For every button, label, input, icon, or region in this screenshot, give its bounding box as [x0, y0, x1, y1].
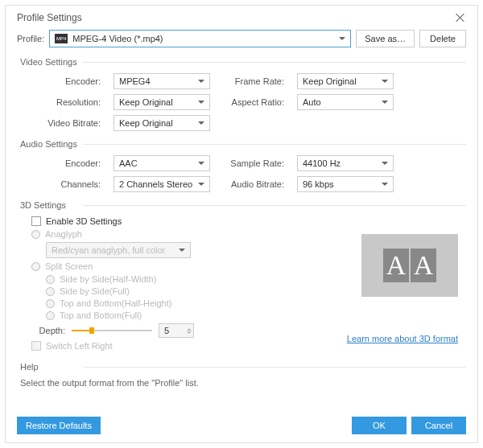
chevron-down-icon: [382, 183, 388, 186]
sample-rate-select[interactable]: 44100 Hz: [297, 155, 394, 171]
chevron-down-icon: [198, 80, 204, 83]
depth-spinner: 5: [159, 323, 194, 338]
depth-label: Depth:: [31, 326, 65, 335]
chevron-down-icon: [339, 37, 345, 40]
chevron-down-icon: [382, 162, 388, 165]
radio-icon: [46, 311, 55, 320]
audio-settings-title: Audio Settings: [17, 139, 466, 149]
chevron-down-icon: [179, 249, 185, 252]
video-settings-title: Video Settings: [17, 57, 466, 67]
close-icon[interactable]: [455, 12, 466, 23]
restore-defaults-button[interactable]: Restore Defaults: [17, 417, 101, 434]
aspect-ratio-select[interactable]: Auto: [297, 94, 394, 110]
video-bitrate-select[interactable]: Keep Original: [114, 115, 210, 131]
radio-icon: [46, 299, 55, 308]
profile-label: Profile:: [17, 34, 44, 43]
checkbox-icon: [31, 341, 41, 351]
aspect-ratio-label: Aspect Ratio:: [223, 97, 284, 107]
sample-rate-label: Sample Rate:: [223, 158, 284, 168]
format-icon: MP4: [55, 34, 68, 43]
audio-bitrate-label: Audio Bitrate:: [223, 179, 284, 189]
slider-thumb-icon: [89, 327, 94, 334]
delete-button[interactable]: Delete: [419, 30, 466, 47]
chevron-down-icon: [382, 80, 388, 83]
frame-rate-select[interactable]: Keep Original: [297, 73, 394, 89]
3d-settings-title: 3D Settings: [17, 200, 466, 210]
checkbox-icon: [31, 216, 41, 226]
split-option-2: Top and Bottom(Half-Height): [46, 298, 466, 308]
3d-preview: AA: [361, 234, 458, 297]
frame-rate-label: Frame Rate:: [223, 76, 284, 86]
resolution-label: Resolution:: [31, 97, 101, 107]
channels-select[interactable]: 2 Channels Stereo: [114, 176, 210, 192]
ok-button[interactable]: OK: [352, 417, 407, 434]
chevron-down-icon: [198, 121, 204, 125]
save-as-button[interactable]: Save as…: [356, 30, 415, 47]
cancel-button[interactable]: Cancel: [411, 417, 466, 434]
depth-slider[interactable]: [72, 327, 152, 335]
audio-bitrate-select[interactable]: 96 kbps: [297, 176, 394, 192]
audio-encoder-label: Encoder:: [31, 158, 101, 168]
enable-3d-checkbox[interactable]: Enable 3D Settings: [31, 216, 466, 226]
radio-icon: [31, 230, 40, 239]
learn-more-link[interactable]: Learn more about 3D format: [347, 334, 458, 343]
split-option-3: Top and Bottom(Full): [46, 310, 466, 320]
video-encoder-select[interactable]: MPEG4: [114, 73, 210, 89]
dialog-title: Profile Settings: [17, 12, 82, 23]
video-encoder-label: Encoder:: [31, 76, 101, 86]
radio-icon: [46, 275, 55, 284]
channels-label: Channels:: [31, 179, 101, 189]
chevron-down-icon: [198, 183, 204, 186]
chevron-down-icon: [382, 101, 388, 104]
chevron-down-icon: [198, 101, 204, 104]
chevron-down-icon: [198, 162, 204, 165]
anaglyph-select: Red/cyan anaglyph, full color: [46, 242, 191, 258]
help-text: Select the output format from the "Profi…: [17, 378, 466, 388]
radio-icon: [31, 262, 40, 271]
resolution-select[interactable]: Keep Original: [114, 94, 210, 110]
profile-value: MPEG-4 Video (*.mp4): [72, 34, 163, 43]
help-title: Help: [17, 362, 466, 372]
profile-select[interactable]: MP4 MPEG-4 Video (*.mp4): [49, 30, 351, 47]
audio-encoder-select[interactable]: AAC: [114, 155, 210, 171]
video-bitrate-label: Video Bitrate:: [31, 118, 101, 128]
radio-icon: [46, 287, 55, 296]
